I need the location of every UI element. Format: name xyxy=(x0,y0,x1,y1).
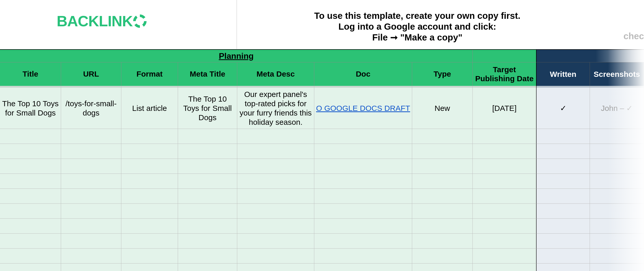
empty-cell[interactable] xyxy=(473,204,537,219)
header-url[interactable]: URL xyxy=(61,62,121,86)
empty-cell[interactable] xyxy=(590,234,644,249)
cell-target-date[interactable]: [DATE] xyxy=(473,88,537,129)
cell-format[interactable]: List article xyxy=(121,88,178,129)
empty-cell[interactable] xyxy=(178,159,237,174)
cell-doc[interactable]: O GOOGLE DOCS DRAFT xyxy=(314,88,412,129)
empty-cell[interactable] xyxy=(61,264,121,271)
empty-cell[interactable] xyxy=(121,129,178,144)
empty-cell[interactable] xyxy=(412,129,473,144)
empty-cell[interactable] xyxy=(121,249,178,264)
empty-cell[interactable] xyxy=(0,189,61,204)
empty-cell[interactable] xyxy=(0,249,61,264)
empty-cell[interactable] xyxy=(61,249,121,264)
empty-cell[interactable] xyxy=(121,159,178,174)
empty-cell[interactable] xyxy=(314,144,412,159)
empty-cell[interactable] xyxy=(178,219,237,234)
empty-cell[interactable] xyxy=(590,129,644,144)
header-meta-desc[interactable]: Meta Desc xyxy=(237,62,314,86)
empty-cell[interactable] xyxy=(237,129,314,144)
empty-cell[interactable] xyxy=(314,174,412,189)
empty-cell[interactable] xyxy=(537,264,590,271)
cell-url[interactable]: /toys-for-small-dogs xyxy=(61,88,121,129)
empty-cell[interactable] xyxy=(237,144,314,159)
header-format[interactable]: Format xyxy=(121,62,178,86)
empty-cell[interactable] xyxy=(590,219,644,234)
section-blank[interactable] xyxy=(473,50,537,62)
cell-meta-desc[interactable]: Our expert panel's top-rated picks for y… xyxy=(237,88,314,129)
empty-cell[interactable] xyxy=(537,204,590,219)
empty-cell[interactable] xyxy=(0,204,61,219)
empty-cell[interactable] xyxy=(412,219,473,234)
doc-link[interactable]: O GOOGLE DOCS DRAFT xyxy=(316,104,410,113)
cell-title[interactable]: The Top 10 Toys for Small Dogs xyxy=(0,88,61,129)
empty-cell[interactable] xyxy=(537,129,590,144)
section-planning[interactable]: Planning xyxy=(0,50,473,62)
empty-cell[interactable] xyxy=(537,159,590,174)
empty-cell[interactable] xyxy=(473,129,537,144)
cell-screenshots[interactable]: John – ✓ xyxy=(590,88,644,129)
empty-cell[interactable] xyxy=(178,144,237,159)
empty-cell[interactable] xyxy=(61,159,121,174)
empty-cell[interactable] xyxy=(61,219,121,234)
empty-cell[interactable] xyxy=(0,234,61,249)
empty-cell[interactable] xyxy=(473,234,537,249)
empty-cell[interactable] xyxy=(412,234,473,249)
empty-cell[interactable] xyxy=(0,174,61,189)
empty-cell[interactable] xyxy=(178,189,237,204)
empty-cell[interactable] xyxy=(237,249,314,264)
empty-cell[interactable] xyxy=(412,264,473,271)
empty-cell[interactable] xyxy=(412,204,473,219)
empty-cell[interactable] xyxy=(237,234,314,249)
empty-cell[interactable] xyxy=(121,219,178,234)
empty-cell[interactable] xyxy=(237,159,314,174)
empty-cell[interactable] xyxy=(590,159,644,174)
section-progress[interactable] xyxy=(537,50,644,62)
empty-cell[interactable] xyxy=(237,174,314,189)
empty-cell[interactable] xyxy=(590,189,644,204)
empty-cell[interactable] xyxy=(61,144,121,159)
empty-cell[interactable] xyxy=(121,264,178,271)
empty-cell[interactable] xyxy=(314,219,412,234)
empty-cell[interactable] xyxy=(590,174,644,189)
header-title[interactable]: Title xyxy=(0,62,61,86)
empty-cell[interactable] xyxy=(537,249,590,264)
empty-cell[interactable] xyxy=(121,144,178,159)
empty-cell[interactable] xyxy=(178,234,237,249)
empty-cell[interactable] xyxy=(590,249,644,264)
empty-cell[interactable] xyxy=(61,174,121,189)
empty-cell[interactable] xyxy=(314,129,412,144)
empty-cell[interactable] xyxy=(537,174,590,189)
empty-cell[interactable] xyxy=(237,264,314,271)
empty-cell[interactable] xyxy=(314,189,412,204)
header-meta-title[interactable]: Meta Title xyxy=(178,62,237,86)
empty-cell[interactable] xyxy=(178,204,237,219)
empty-cell[interactable] xyxy=(473,189,537,204)
header-doc[interactable]: Doc xyxy=(314,62,412,86)
empty-cell[interactable] xyxy=(121,189,178,204)
empty-cell[interactable] xyxy=(590,264,644,271)
empty-cell[interactable] xyxy=(473,264,537,271)
empty-cell[interactable] xyxy=(237,219,314,234)
empty-cell[interactable] xyxy=(473,144,537,159)
empty-cell[interactable] xyxy=(61,204,121,219)
empty-cell[interactable] xyxy=(314,204,412,219)
empty-cell[interactable] xyxy=(537,219,590,234)
empty-cell[interactable] xyxy=(0,264,61,271)
empty-cell[interactable] xyxy=(537,189,590,204)
empty-cell[interactable] xyxy=(121,204,178,219)
empty-cell[interactable] xyxy=(237,204,314,219)
empty-cell[interactable] xyxy=(537,144,590,159)
header-screenshots[interactable]: Screenshots xyxy=(590,62,644,86)
empty-cell[interactable] xyxy=(61,189,121,204)
empty-cell[interactable] xyxy=(412,174,473,189)
empty-cell[interactable] xyxy=(178,264,237,271)
empty-cell[interactable] xyxy=(473,174,537,189)
header-written[interactable]: Written xyxy=(537,62,590,86)
empty-cell[interactable] xyxy=(314,264,412,271)
empty-cell[interactable] xyxy=(412,189,473,204)
empty-cell[interactable] xyxy=(0,219,61,234)
empty-cell[interactable] xyxy=(590,204,644,219)
empty-cell[interactable] xyxy=(0,159,61,174)
empty-cell[interactable] xyxy=(314,249,412,264)
cell-written[interactable]: ✓ xyxy=(537,88,590,129)
